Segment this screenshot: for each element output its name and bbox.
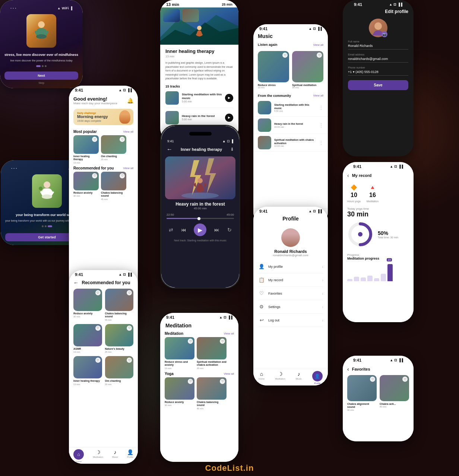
med-card-1[interactable]: ♡ Reduce stress and anxiety 13 min <box>165 337 194 369</box>
yoga-card-1[interactable]: ♡ Reduce anxiety 30 min <box>165 377 194 410</box>
record-back[interactable]: ‹ <box>347 172 349 178</box>
rec-grid-item-3[interactable]: ♡ ASMR 13 min <box>73 324 102 353</box>
yoga-dur-2: 45 min <box>197 407 227 410</box>
fav-btn-1[interactable]: ♡ <box>92 137 97 142</box>
fav-btn-4[interactable]: ♡ <box>120 173 125 178</box>
next-button[interactable]: Next <box>4 72 78 80</box>
menu-my-profile[interactable]: 👤 My profile › <box>258 260 323 273</box>
profile-nav-music[interactable]: ♪ Music <box>296 371 302 384</box>
shuffle-icon[interactable]: ⇄ <box>169 227 173 233</box>
rec-nav-med[interactable]: ☽ Meditation <box>93 449 103 463</box>
play-btn-1[interactable]: ▶ <box>225 94 233 102</box>
yoga-view-all[interactable]: View all <box>224 372 234 375</box>
edit-profile-title: Edit profile <box>348 7 408 16</box>
fav-grid-6[interactable]: ♡ <box>127 358 132 363</box>
fav-grid-2[interactable]: ♡ <box>127 290 132 295</box>
most-popular-view-all[interactable]: View all <box>123 130 133 133</box>
field-value-email[interactable]: ronaldrichards@gmail.com <box>348 57 408 63</box>
recommended-view-all[interactable]: View all <box>123 166 133 170</box>
popular-card-1[interactable]: ♡ Inner healing therapy 13 min <box>73 135 99 164</box>
edit-camera-icon[interactable]: 📷 <box>382 31 387 37</box>
challenge-figure <box>119 110 130 124</box>
community-view-all[interactable]: View all <box>313 94 323 98</box>
fav-back[interactable]: ‹ <box>347 366 349 372</box>
back-arrow[interactable]: ← <box>73 280 79 286</box>
yoga-fav-1[interactable]: ♡ <box>188 379 193 384</box>
more-icon-1[interactable]: ⋮ <box>319 105 323 110</box>
community-item-3[interactable]: Spiritual meditation with chakra activat… <box>253 134 328 152</box>
field-value-phone[interactable]: +1 ▾ (405) 555-0128 <box>348 70 408 76</box>
more-icon-3[interactable]: ⋮ <box>319 140 323 145</box>
fav-grid-5[interactable]: ♡ <box>95 358 101 363</box>
fav-grid-1[interactable]: ♡ <box>95 290 101 295</box>
yoga-fav-2[interactable]: ♡ <box>220 379 225 384</box>
yoga-card-2[interactable]: ♡ Chakra balancing sound 45 min <box>197 377 227 410</box>
med-screen-title: Meditation <box>160 320 238 329</box>
rec-grid-item-2[interactable]: ♡ Chakra balancing sound 45 min <box>105 289 134 321</box>
more-icon-2[interactable]: ⋮ <box>319 123 323 128</box>
notification-icon[interactable]: 🔔 <box>127 98 133 104</box>
play-pause-button[interactable]: ▶ <box>194 223 206 236</box>
listen-view-all[interactable]: View all <box>313 43 323 47</box>
field-value-name[interactable]: Ronald Richards <box>348 44 408 50</box>
profile-bottom-nav: ⌂ Home ☽ Meditation ♪ Music 👤 Profile <box>253 369 328 385</box>
profile-nav-profile[interactable]: 👤 Profile <box>312 371 323 384</box>
next-icon[interactable]: ⏭ <box>214 227 219 233</box>
rec-grid-item-5[interactable]: ♡ Inner healing therapy 13 min <box>73 356 102 385</box>
status-bar-fav: 9:41 ▲⊡▐▐ <box>347 356 409 363</box>
rec-nav-home[interactable]: ⌂ Home <box>73 449 84 463</box>
play-btn-2[interactable]: ▶ <box>225 114 233 122</box>
fav-card-1[interactable]: ♡ Chakra alignment sound 30 min <box>347 375 377 411</box>
player-back-arrow[interactable]: ← <box>167 146 172 153</box>
menu-logout[interactable]: ↩ Log out › <box>258 314 323 327</box>
save-button[interactable]: Save <box>348 80 408 90</box>
profile-nav-med[interactable]: ☽ Meditation <box>275 371 285 384</box>
rec-grid-item-4[interactable]: ♡ Nature's beauty 25 min <box>105 324 134 353</box>
music-card-2[interactable]: ♡ Spiritual meditation 26 min <box>292 51 323 89</box>
fav-heart-2[interactable]: ♡ <box>402 377 408 382</box>
community-dur-3: 10:00 min <box>274 145 316 147</box>
med-card-2[interactable]: ♡ Spiritual meditation and chakra activa… <box>197 337 227 369</box>
repeat-icon[interactable]: ↻ <box>227 227 232 233</box>
med-view-all[interactable]: View all <box>224 332 234 335</box>
skip-button[interactable]: Skip <box>38 81 44 85</box>
progress-track[interactable] <box>167 218 234 219</box>
rec-grid-dur-4: 25 min <box>105 351 134 353</box>
profile-nav-home[interactable]: ⌂ Home <box>259 371 265 384</box>
music-card-1[interactable]: ♡ Reduce stress 13 min <box>258 51 289 89</box>
my-record-icon: 📋 <box>258 277 265 283</box>
home-status-icons: ▲⊡▐▐ <box>118 88 132 92</box>
music-fav-1[interactable]: ♡ <box>282 53 288 58</box>
fav-card-2[interactable]: ♡ Chakra acti... 40 min <box>380 375 409 411</box>
rec-card-1[interactable]: ♡ Reduce anxiety 30 min <box>73 172 99 200</box>
track-item-1[interactable]: Starting meditation with this music 5:00… <box>165 88 233 108</box>
menu-my-record[interactable]: 📋 My record › <box>258 273 323 287</box>
prev-icon[interactable]: ⏮ <box>181 227 186 233</box>
fav-screen-title: Favorites <box>352 367 370 371</box>
rec-status-icons: ▲⊡▐▐ <box>118 273 132 276</box>
player-header: ← Inner healing therapy ⬇ <box>161 145 239 154</box>
popular-card-2[interactable]: ♡ Om chanting 25 min <box>101 135 126 164</box>
fav-grid-4[interactable]: ♡ <box>127 326 132 331</box>
rec-nav-profile[interactable]: 👤 Profile <box>127 449 133 463</box>
menu-favorites[interactable]: ♡ Favorites › <box>258 287 323 300</box>
med-fav-2[interactable]: ♡ <box>220 339 225 344</box>
download-icon[interactable]: ⬇ <box>230 147 234 152</box>
rec-nav-music[interactable]: ♪ Music <box>112 449 118 463</box>
menu-settings[interactable]: ⚙ Settings › <box>258 300 323 314</box>
community-item-2[interactable]: Heavy rain in the forest 15:00 min ⋮ <box>253 117 328 134</box>
music-fav-2[interactable]: ♡ <box>317 53 322 58</box>
fav-heart-1[interactable]: ♡ <box>370 377 375 382</box>
challenge-card[interactable]: Daily challenge Morning energy 15/30 day… <box>73 109 133 125</box>
rec-grid-item-6[interactable]: ♡ Om chanting 25 min <box>105 356 134 385</box>
med-fav-1[interactable]: ♡ <box>188 339 193 344</box>
rec-card-2[interactable]: ♡ Chakra balancing sound 45 min <box>101 172 126 200</box>
yoga-section-header: Yoga View all <box>160 369 238 377</box>
stat-meditation: 🔺 16 Meditation <box>367 184 379 203</box>
fav-btn-3[interactable]: ♡ <box>92 173 97 178</box>
community-item-1[interactable]: Starting meditation with this music 5:00… <box>253 99 328 117</box>
rec-grid-item-1[interactable]: ♡ Reduce anxiety 30 min <box>73 289 102 321</box>
fav-grid-3[interactable]: ♡ <box>95 326 101 331</box>
fav-btn-2[interactable]: ♡ <box>120 137 125 142</box>
fav-thumb-1: ♡ <box>347 375 377 401</box>
